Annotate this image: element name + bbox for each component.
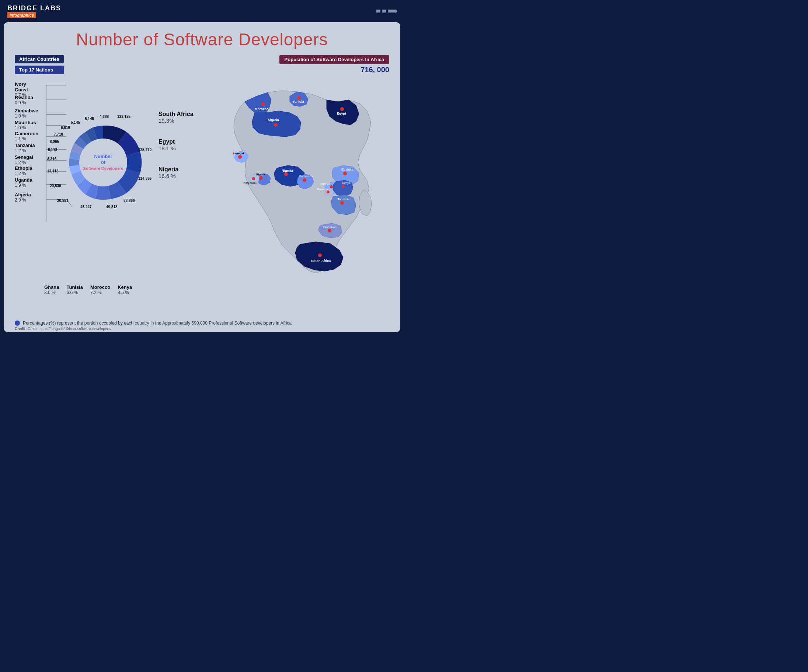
population-box: Population of Software Developers In Afr… [279, 55, 389, 74]
bottom-section: Ivory Coast 0.7 % Rwanda 0.9 % Zimbabwe … [15, 82, 389, 317]
svg-text:Uganda: Uganda [320, 182, 331, 185]
logo: BRIDGE LABS Infographics [7, 4, 61, 18]
header: BRIDGE LABS Infographics [0, 0, 404, 22]
svg-text:Egypt: Egypt [337, 112, 346, 115]
svg-text:South Africa: South Africa [311, 259, 331, 263]
footer-note: Percentages (%) represent the portion oc… [15, 320, 389, 326]
svg-point-34 [343, 172, 347, 175]
donut-label-se: 8,113 [48, 148, 57, 152]
list-item: Uganda 1.9 % [15, 177, 32, 188]
africa-map: Morocco Tunisia Algeria Egypt Senegal [183, 82, 389, 288]
svg-point-44 [328, 229, 331, 232]
donut-svg: Number of Software Developers [59, 118, 147, 207]
logo-subtitle: Infographics [7, 12, 36, 18]
footer-dot [15, 320, 20, 326]
list-item: Morocco 7.2 % [90, 284, 110, 295]
legend-badges: African Countries Top 17 Nations [15, 55, 64, 74]
logo-title: BRIDGE LABS [7, 4, 61, 12]
list-item: Mauritius 1.0 % [15, 120, 36, 130]
svg-text:Algeria: Algeria [268, 118, 279, 122]
list-item: Egypt 18.1 % [159, 138, 194, 152]
svg-text:Ethiopia: Ethiopia [341, 168, 354, 171]
svg-text:Nigeria: Nigeria [282, 169, 294, 172]
bottom-country-labels: Ghana 3.0 % Tunisia 6.6 % Morocco 7.2 % … [44, 284, 132, 295]
main-content: Number of Software Developers African Co… [4, 22, 400, 332]
svg-point-32 [303, 178, 306, 182]
donut-label-ug: 13,113 [47, 169, 58, 173]
donut-label-gh: 20,551 [57, 198, 68, 203]
list-item: Tanzania 1.2 % [15, 143, 35, 153]
credit-text: Credit: Credit: https://tunga.io/african… [15, 327, 111, 331]
donut-label-zw: 5,145 [71, 120, 80, 125]
svg-point-18 [297, 96, 301, 100]
list-item: Algeria 2.9 % [15, 192, 31, 203]
svg-text:Kenya: Kenya [342, 181, 351, 185]
donut-label-ma: 6,619 [61, 126, 70, 130]
list-item: Kenya 8.5 % [118, 284, 132, 295]
subtitle-row: African Countries Top 17 Nations Populat… [15, 55, 389, 74]
svg-text:Senegal: Senegal [233, 152, 244, 155]
donut-label-ca: 7,718 [54, 132, 63, 136]
map-svg: Morocco Tunisia Algeria Egypt Senegal [183, 82, 389, 288]
donut-label-et: 8,316 [47, 157, 57, 161]
list-item: Senegal 1.2 % [15, 154, 33, 165]
svg-text:Software Developers: Software Developers [83, 166, 124, 170]
donut-label-sa: 133,195 [117, 115, 130, 118]
donut-label-al: 20,530 [50, 184, 61, 188]
svg-text:Morocco: Morocco [255, 107, 269, 111]
donut-label-ke: 58,866 [124, 198, 135, 203]
svg-point-38 [342, 185, 345, 188]
population-label: Population of Software Developers In Afr… [279, 55, 389, 64]
page-title: Number of Software Developers [15, 30, 389, 49]
svg-text:Zimbabwe: Zimbabwe [323, 225, 337, 229]
svg-point-46 [318, 253, 322, 257]
svg-text:Tunisia: Tunisia [293, 100, 304, 103]
donut-label-tu: 45,247 [80, 205, 92, 209]
donut-label-ng: 114,536 [138, 177, 152, 180]
donut-label-mo: 49,818 [106, 205, 118, 209]
svg-point-20 [274, 123, 277, 127]
donut-chart: Number of Software Developers 133,195 12… [59, 118, 147, 207]
svg-text:Rwanda: Rwanda [317, 188, 328, 191]
list-item: Nigeria 16.6 % [159, 166, 194, 179]
donut-label-rw: 5,145 [85, 117, 94, 121]
svg-point-36 [330, 185, 333, 188]
svg-point-22 [340, 107, 344, 111]
right-panel: South Africa 19.3% Egypt 18.1 % Nigeria … [155, 82, 389, 317]
list-item: Ghana 3.0 % [44, 284, 59, 295]
donut-label-tz: 8,065 [50, 140, 59, 144]
svg-text:Number: Number [94, 153, 112, 159]
population-value: 716, 000 [279, 65, 389, 74]
list-item: Rwanda 0.9 % [15, 95, 33, 105]
big-stats: South Africa 19.3% Egypt 18.1 % Nigeria … [159, 111, 194, 187]
list-item: Tunisia 6.6 % [66, 284, 83, 295]
svg-text:of: of [101, 160, 106, 165]
badge-top-nations: Top 17 Nations [15, 65, 64, 74]
svg-text:Ghana: Ghana [256, 173, 265, 176]
svg-text:Ivory coas..: Ivory coas.. [244, 182, 257, 185]
svg-point-40 [327, 190, 329, 193]
donut-label-ic: 4,688 [100, 115, 109, 118]
svg-point-16 [261, 102, 265, 106]
header-decoration [376, 10, 397, 13]
svg-text:Cameroon: Cameroon [299, 175, 312, 178]
svg-text:Tanzania: Tanzania [338, 197, 350, 201]
svg-point-42 [340, 201, 344, 205]
svg-point-26 [259, 176, 263, 180]
list-item: Cameroon 1.1 % [15, 131, 38, 142]
svg-point-30 [284, 172, 288, 176]
list-item: Ethopia 1.2 % [15, 165, 32, 176]
donut-label-eg: 125,270 [138, 148, 152, 152]
left-panel: Ivory Coast 0.7 % Rwanda 0.9 % Zimbabwe … [15, 82, 155, 317]
list-item: Zimbabwe 1.0 % [15, 108, 38, 118]
svg-point-28 [252, 177, 255, 180]
footer-text: Percentages (%) represent the portion oc… [23, 320, 292, 326]
list-item: South Africa 19.3% [159, 111, 194, 124]
badge-african-countries: African Countries [15, 55, 64, 63]
svg-point-24 [238, 155, 242, 159]
